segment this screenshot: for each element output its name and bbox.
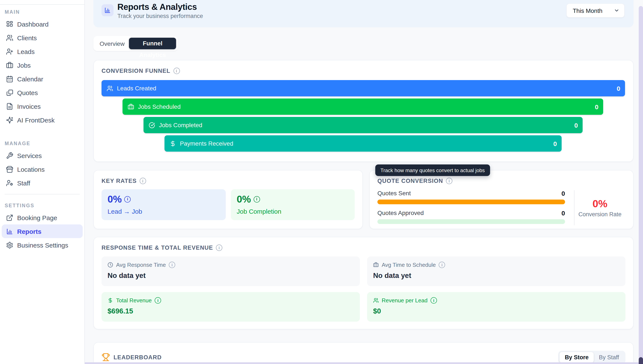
users-icon [6, 34, 13, 41]
info-icon[interactable]: i [124, 196, 131, 202]
page-title: Reports & Analytics [118, 2, 197, 12]
revenue-per-lead-tile: Revenue per Lead i $0 [367, 292, 626, 322]
clock-icon [108, 262, 113, 268]
sidebar-section-settings: SETTINGS [0, 203, 84, 211]
tab-funnel-analytics[interactable]: Funnel Analytics [129, 38, 176, 49]
calendar-icon [6, 75, 13, 82]
quote-conversion-title: QUOTE CONVERSION [378, 178, 443, 184]
report-tabs: Overview Funnel Analytics [94, 36, 178, 51]
sidebar-item-quotes[interactable]: Quotes [2, 86, 83, 99]
file-text-icon [6, 102, 13, 110]
dashboard-icon [6, 20, 13, 28]
sidebar-section-main: MAIN [0, 10, 84, 17]
quote-conversion-card: Track how many quotes convert to actual … [369, 170, 634, 229]
funnel-stage-label: Payments Received [180, 140, 233, 147]
tooltip: Track how many quotes convert to actual … [375, 164, 490, 176]
user-plus-icon [6, 48, 13, 55]
sidebar-item-locations[interactable]: Locations [2, 162, 83, 176]
sidebar-item-label: Jobs [17, 62, 31, 69]
info-icon[interactable]: i [140, 178, 146, 184]
leaderboard-toggle: By Store By Staff [558, 350, 626, 364]
rate-tile-lead-to-job: 0% i Lead → Job [102, 189, 226, 220]
funnel-stage-leads-created: Leads Created 0 [102, 80, 625, 96]
sidebar-item-label: Invoices [17, 102, 41, 110]
briefcase-icon [6, 62, 13, 69]
rate-value: 0% [237, 194, 251, 205]
sidebar-item-dashboard[interactable]: Dashboard [2, 17, 83, 31]
users-icon [373, 298, 379, 303]
sidebar-item-label: Services [17, 152, 42, 159]
sidebar-item-staff[interactable]: Staff [2, 176, 83, 190]
info-icon[interactable]: i [430, 297, 437, 304]
sidebar-item-label: Dashboard [17, 20, 48, 28]
period-select-value: This Month [573, 7, 602, 14]
funnel-stage-value: 0 [595, 103, 598, 110]
rate-label: Job Completion [237, 208, 349, 215]
conversion-rate-value: 0% [592, 198, 607, 209]
funnel-stage-label: Jobs Scheduled [138, 103, 180, 110]
sidebar-item-label: Reports [17, 228, 41, 235]
rate-value: 0% [108, 194, 122, 205]
sidebar-divider [5, 194, 80, 194]
avg-response-time-tile: Avg Response Time i No data yet [102, 256, 360, 286]
dollar-icon [108, 298, 113, 303]
sidebar-item-leads[interactable]: Leads [2, 44, 83, 58]
tab-overview[interactable]: Overview [95, 40, 129, 47]
sidebar-item-clients[interactable]: Clients [2, 31, 83, 44]
external-link-icon [6, 214, 13, 221]
dollar-icon [170, 140, 176, 147]
sidebar-item-calendar[interactable]: Calendar [2, 72, 83, 86]
horizontal-scrollbar-track[interactable] [85, 362, 639, 364]
header-icon-box [102, 4, 114, 16]
info-icon[interactable]: i [169, 262, 175, 268]
sidebar-item-jobs[interactable]: Jobs [2, 58, 83, 72]
response-revenue-card: RESPONSE TIME & TOTAL REVENUE i Avg Resp… [94, 237, 634, 329]
quotes-approved-value: 0 [562, 209, 565, 216]
tile-value: $0 [373, 307, 620, 315]
sidebar-item-services[interactable]: Services [2, 148, 83, 162]
conversion-funnel-title: CONVERSION FUNNEL [102, 68, 170, 74]
chevron-down-icon [614, 8, 620, 13]
reports-analytics-page: MAIN Dashboard Clients Leads Jobs Calend… [0, 0, 643, 364]
rate-tile-job-completion: 0% i Job Completion [231, 189, 355, 220]
by-staff-button[interactable]: By Staff [594, 352, 624, 362]
info-icon[interactable]: i [439, 262, 445, 268]
sidebar-item-label: Quotes [17, 89, 38, 96]
info-icon[interactable]: i [446, 178, 452, 184]
sidebar-top-divider [0, 4, 85, 5]
tile-label: Revenue per Lead [382, 297, 428, 304]
sidebar-item-label: Leads [17, 48, 35, 55]
response-revenue-title: RESPONSE TIME & TOTAL REVENUE [102, 244, 213, 251]
rate-label: Lead → Job [108, 208, 220, 215]
sidebar: MAIN Dashboard Clients Leads Jobs Calend… [0, 0, 85, 364]
sidebar-item-invoices[interactable]: Invoices [2, 99, 83, 113]
briefcase-icon [373, 262, 379, 268]
info-icon[interactable]: i [173, 68, 180, 74]
vertical-scrollbar-thumb[interactable] [639, 357, 643, 364]
info-icon[interactable]: i [254, 196, 260, 202]
sidebar-item-label: Calendar [17, 75, 43, 82]
sidebar-item-label: Clients [17, 34, 37, 41]
wrench-icon [6, 152, 13, 159]
sidebar-item-business-settings[interactable]: Business Settings [2, 238, 83, 252]
funnel-bars: Leads Created 0 Jobs Scheduled 0 Jobs Co… [102, 80, 626, 152]
sidebar-section-manage: MANAGE [0, 141, 84, 148]
key-rates-title: KEY RATES [102, 178, 137, 184]
sidebar-item-ai-frontdesk[interactable]: AI FrontDesk [2, 113, 83, 127]
sidebar-item-reports[interactable]: Reports [2, 224, 83, 238]
by-store-button[interactable]: By Store [560, 352, 594, 362]
sidebar-item-label: Staff [17, 179, 30, 186]
briefcase-icon [128, 104, 134, 110]
funnel-stage-value: 0 [574, 122, 578, 129]
info-icon[interactable]: i [216, 244, 222, 251]
sidebar-item-booking-page[interactable]: Booking Page [2, 211, 83, 224]
sparkles-icon [6, 116, 13, 124]
info-icon[interactable]: i [155, 297, 161, 304]
funnel-stage-value: 0 [553, 140, 557, 147]
leaderboard-title: LEADERBOARD [114, 354, 162, 360]
tile-label: Avg Response Time [116, 262, 166, 268]
sidebar-item-label: AI FrontDesk [17, 116, 54, 124]
period-select[interactable]: This Month [566, 4, 624, 18]
vertical-scrollbar-track[interactable] [639, 6, 643, 364]
user-gear-icon [6, 179, 13, 186]
